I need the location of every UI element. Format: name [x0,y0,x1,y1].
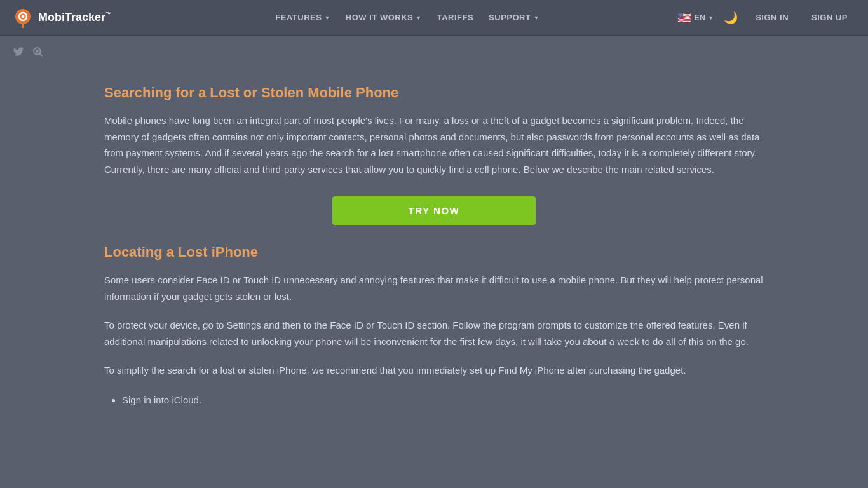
features-dropdown-arrow: ▼ [324,15,330,21]
para-lost-stolen: Mobile phones have long been an integral… [104,112,764,177]
nav-support[interactable]: SUPPORT ▼ [482,9,546,26]
para-iphone-2: To protect your device, go to Settings a… [104,317,764,349]
how-it-works-dropdown-arrow: ▼ [416,15,421,21]
para-iphone-3: To simplify the search for a lost or sto… [104,362,764,379]
sign-up-button[interactable]: SIGN UP [804,9,855,26]
lang-code: EN [694,13,705,22]
heading-lost-stolen: Searching for a Lost or Stolen Mobile Ph… [104,85,764,101]
flag-icon: 🇺🇸 [677,11,691,25]
bullet-item-1: Sign in into iCloud. [122,391,764,409]
social-bar [0,36,868,65]
main-content: Searching for a Lost or Stolen Mobile Ph… [0,65,868,434]
brand-logo-icon [13,8,33,28]
support-dropdown-arrow: ▼ [533,15,539,21]
twitter-icon[interactable] [13,46,24,60]
svg-point-2 [22,15,25,18]
language-selector[interactable]: 🇺🇸 EN ▼ [677,11,714,25]
brand-logo-link[interactable]: MobiTracker™ [13,8,112,28]
try-now-button[interactable]: TRY NOW [332,196,536,225]
navbar: MobiTracker™ FEATURES ▼ HOW IT WORKS ▼ T… [0,0,868,36]
lang-dropdown-arrow: ▼ [708,15,714,21]
nav-features[interactable]: FEATURES ▼ [269,9,337,26]
nav-tariffs[interactable]: TARIFFS [431,9,480,26]
heading-locating-iphone: Locating a Lost iPhone [104,244,764,261]
nav-how-it-works[interactable]: HOW IT WORKS ▼ [339,9,428,26]
bullet-list: Sign in into iCloud. [104,391,764,409]
para-iphone-1: Some users consider Face ID or Touch ID … [104,272,764,304]
dark-mode-button[interactable]: 🌙 [721,8,740,27]
svg-point-5 [36,50,39,53]
brand-name: MobiTracker™ [38,11,112,24]
navbar-nav: FEATURES ▼ HOW IT WORKS ▼ TARIFFS SUPPOR… [137,9,677,26]
navbar-right: 🇺🇸 EN ▼ 🌙 SIGN IN SIGN UP [677,8,855,27]
search-social-icon[interactable] [32,46,43,60]
svg-line-6 [39,53,41,55]
try-now-container: TRY NOW [104,196,764,225]
sign-in-button[interactable]: SIGN IN [748,9,796,26]
